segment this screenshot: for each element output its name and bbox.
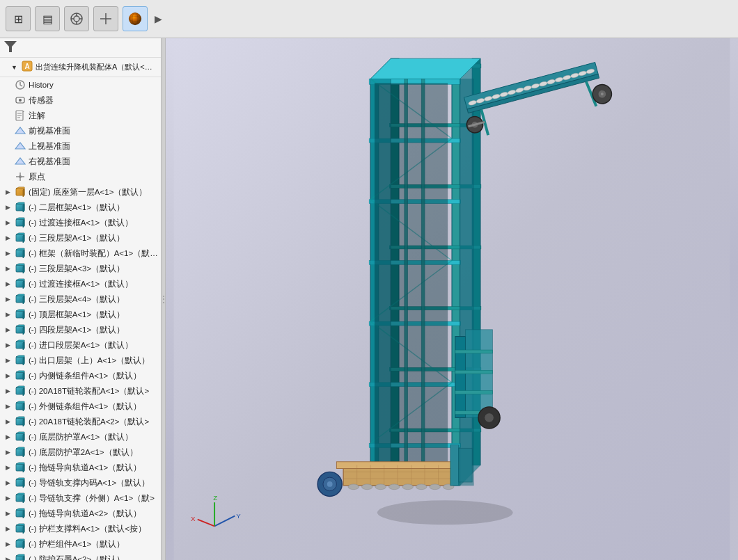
tree-expand-part3[interactable]: ▶ — [6, 216, 14, 229]
tree-expand-part16[interactable]: ▶ — [6, 415, 14, 428]
tree-item-part1[interactable]: ▶(固定) 底座第一层A<1>（默认） — [0, 184, 161, 200]
tree-expand-part8[interactable]: ▶ — [6, 293, 14, 305]
tree-expand-part9[interactable]: ▶ — [6, 308, 14, 321]
tree-item-part16[interactable]: ▶(-) 20A18T链轮装配A<2>（默认> — [0, 414, 161, 429]
tree-expand-part12[interactable]: ▶ — [6, 354, 14, 367]
tree-icon-part16 — [14, 416, 26, 427]
tree-item-origin[interactable]: 原点 — [0, 169, 161, 184]
tree-icon-origin — [14, 171, 26, 182]
tree-label-part21: (-) 导链轨支撑（外侧）A<1>（默> — [29, 492, 155, 504]
3d-viewport[interactable]: Y Z X — [166, 38, 738, 560]
svg-marker-80 — [16, 447, 24, 449]
tree-icon-part6 — [14, 263, 26, 274]
tree-expand-part5[interactable]: ▶ — [6, 247, 14, 259]
tree-list: History传感器注解前视基准面上视基准面右视基准面原点▶(固定) 底座第一层… — [0, 77, 161, 560]
tree-icon-part11 — [14, 339, 26, 351]
tree-item-part11[interactable]: ▶(-) 进口段层架A<1>（默认） — [0, 337, 161, 353]
tree-item-history[interactable]: History — [0, 77, 161, 93]
tree-item-part20[interactable]: ▶(-) 导链轨支撑内码A<1>（默认） — [0, 475, 161, 490]
tree-item-part22[interactable]: ▶(-) 拖链导向轨道A<2>（默认） — [0, 506, 161, 521]
tree-expand-part15[interactable]: ▶ — [6, 400, 14, 413]
svg-text:X: X — [191, 515, 196, 522]
tree-label-part2: (-) 二层框架A<1>（默认） — [29, 201, 125, 214]
assembly-title-text: 出货连续升降机装配体A（默认<默认> — [36, 62, 157, 72]
svg-marker-66 — [23, 372, 24, 381]
tree-label-top_plane: 上视基准面 — [29, 140, 70, 152]
tree-expand-part20[interactable]: ▶ — [6, 477, 14, 489]
toolbar-target-btn[interactable] — [64, 6, 89, 31]
tree-expand-part6[interactable]: ▶ — [6, 262, 14, 275]
tree-expand-part19[interactable]: ▶ — [6, 461, 14, 474]
tree-label-part17: (-) 底层防护罩A<1>（默认） — [29, 431, 133, 443]
filter-icon[interactable] — [4, 41, 17, 54]
tree-item-right_plane[interactable]: 右视基准面 — [0, 154, 161, 169]
tree-item-part10[interactable]: ▶(-) 四段层架A<1>（默认） — [0, 322, 161, 337]
tree-item-part12[interactable]: ▶(-) 出口层架（上）A<1>（默认） — [0, 353, 161, 368]
toolbar-grid-btn[interactable]: ⊞ — [6, 6, 31, 31]
toolbar-crosshair-btn[interactable] — [93, 6, 118, 31]
svg-marker-47 — [16, 279, 24, 280]
tree-item-part23[interactable]: ▶(-) 护栏支撑料A<1>（默认<按） — [0, 521, 161, 536]
tree-item-part15[interactable]: ▶(-) 外侧链条组件A<1>（默认） — [0, 399, 161, 414]
tree-item-part5[interactable]: ▶(-) 框架（新临时装配）A<1>（默认> — [0, 246, 161, 261]
tree-expand-part22[interactable]: ▶ — [6, 507, 14, 520]
tree-item-part18[interactable]: ▶(-) 底层防护罩2A<1>（默认） — [0, 445, 161, 460]
tree-item-part4[interactable]: ▶(-) 三段层架A<1>（默认） — [0, 230, 161, 246]
tree-expand-part23[interactable]: ▶ — [6, 522, 14, 535]
tree-item-note[interactable]: 注解 — [0, 108, 161, 123]
tree-item-front_plane[interactable]: 前视基准面 — [0, 123, 161, 138]
tree-expand-part24[interactable]: ▶ — [6, 538, 14, 550]
tree-item-part9[interactable]: ▶(-) 顶层框架A<1>（默认） — [0, 307, 161, 322]
tree-expand-part2[interactable]: ▶ — [6, 201, 14, 214]
tree-item-part7[interactable]: ▶(-) 过渡连接框A<1>（默认） — [0, 276, 161, 291]
tree-expand-part1[interactable]: ▶ — [6, 186, 14, 198]
tree-item-part19[interactable]: ▶(-) 拖链导向轨道A<1>（默认） — [0, 460, 161, 475]
tree-item-part8[interactable]: ▶(-) 三段层架A<4>（默认） — [0, 291, 161, 307]
tree-item-part21[interactable]: ▶(-) 导链轨支撑（外侧）A<1>（默> — [0, 490, 161, 506]
tree-expand-part13[interactable]: ▶ — [6, 369, 14, 382]
tree-expand-part25[interactable]: ▶ — [6, 553, 14, 560]
tree-item-part24[interactable]: ▶(-) 护栏组件A<1>（默认） — [0, 536, 161, 552]
tree-icon-part10 — [14, 324, 26, 335]
toolbar-more-btn[interactable]: ▶ — [152, 10, 165, 27]
tree-item-part14[interactable]: ▶(-) 20A18T链轮装配A<1>（默认> — [0, 383, 161, 399]
svg-rect-188 — [455, 337, 466, 418]
tree-expand-part17[interactable]: ▶ — [6, 431, 14, 443]
left-panel: ▼ A 出货连续升降机装配体A（默认<默认> History传感器注解前视基准面… — [0, 38, 162, 560]
3d-model: Y Z X — [166, 38, 738, 560]
assembly-expand-arrow[interactable]: ▼ — [11, 64, 17, 71]
tree-label-part19: (-) 拖链导向轨道A<1>（默认） — [29, 461, 141, 474]
tree-item-sensor[interactable]: 传感器 — [0, 93, 161, 108]
tree-icon-part9 — [14, 309, 26, 320]
svg-marker-44 — [16, 264, 24, 265]
tree-icon-part25 — [14, 554, 26, 560]
tree-expand-part18[interactable]: ▶ — [6, 446, 14, 458]
tree-item-part13[interactable]: ▶(-) 内侧链条组件A<1>（默认） — [0, 368, 161, 383]
tree-item-part17[interactable]: ▶(-) 底层防护罩A<1>（默认） — [0, 429, 161, 445]
tree-expand-part4[interactable]: ▶ — [6, 232, 14, 244]
svg-marker-54 — [23, 311, 24, 319]
svg-marker-53 — [16, 310, 24, 311]
assembly-title[interactable]: ▼ A 出货连续升降机装配体A（默认<默认> — [0, 58, 161, 77]
toolbar-split-btn[interactable]: ▤ — [35, 6, 60, 31]
tree-icon-part7 — [14, 278, 26, 289]
tree-expand-part21[interactable]: ▶ — [6, 492, 14, 504]
svg-marker-98 — [16, 539, 24, 541]
tree-item-part3[interactable]: ▶(-) 过渡连接框A<1>（默认） — [0, 215, 161, 230]
tree-item-part25[interactable]: ▶(-) 防护石墨A<2>（默认） — [0, 552, 161, 560]
svg-point-180 — [416, 484, 427, 490]
svg-marker-93 — [23, 510, 24, 518]
toolbar-sphere-btn[interactable] — [123, 6, 148, 31]
tree-item-part2[interactable]: ▶(-) 二层框架A<1>（默认） — [0, 200, 161, 215]
svg-marker-11 — [4, 41, 17, 52]
tree-item-part6[interactable]: ▶(-) 三段层架A<3>（默认） — [0, 261, 161, 276]
tree-item-top_plane[interactable]: 上视基准面 — [0, 138, 161, 154]
tree-expand-part7[interactable]: ▶ — [6, 278, 14, 290]
svg-rect-187 — [459, 448, 472, 482]
svg-marker-30 — [23, 189, 24, 197]
tree-icon-part24 — [14, 538, 26, 550]
tree-expand-part11[interactable]: ▶ — [6, 339, 14, 351]
tree-expand-part10[interactable]: ▶ — [6, 323, 14, 336]
tree-expand-part14[interactable]: ▶ — [6, 385, 14, 397]
svg-point-178 — [388, 484, 400, 490]
